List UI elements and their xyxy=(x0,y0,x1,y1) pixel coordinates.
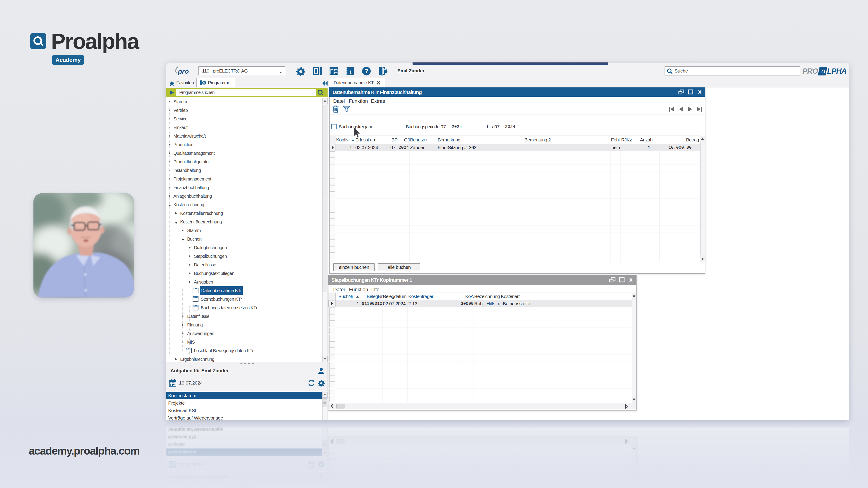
svg-text:α: α xyxy=(822,66,826,75)
svg-text:LPHA: LPHA xyxy=(827,67,846,75)
svg-text:pro: pro xyxy=(178,68,189,75)
svg-text:i: i xyxy=(350,68,351,75)
svg-text:?: ? xyxy=(364,68,368,74)
svg-text:PRO: PRO xyxy=(802,67,818,75)
